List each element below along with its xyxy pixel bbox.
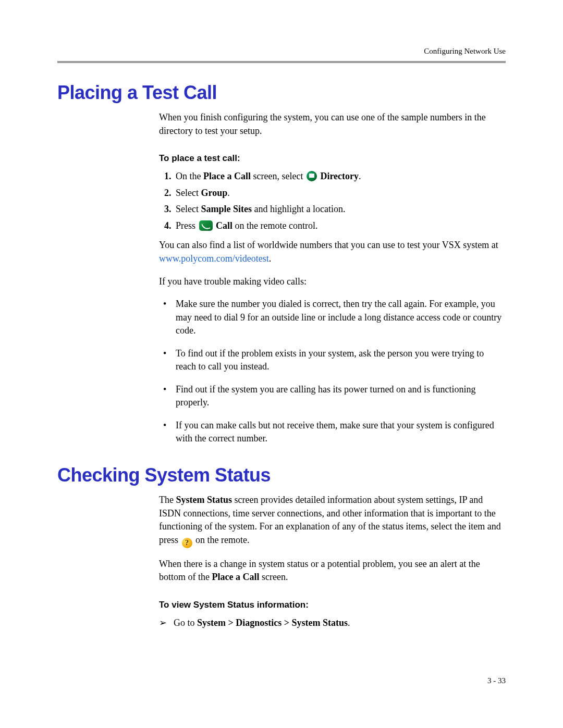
videotest-link[interactable]: www.polycom.com/videotest [159,253,269,264]
step-1: On the Place a Call screen, select Direc… [174,170,506,183]
arrow-icon: ➢ [159,616,174,630]
steps-list: On the Place a Call screen, select Direc… [159,170,506,232]
heading-placing-test-call: Placing a Test Call [57,82,506,104]
subheading-place-test-call: To place a test call: [159,152,506,165]
bullet-3: Find out if the system you are calling h… [174,383,506,410]
bullet-1: Make sure the number you dialed is corre… [174,298,506,338]
step-2: Select Group. [174,187,506,200]
help-icon: ? [182,538,192,548]
header-rule [57,61,506,63]
trouble-bullets: Make sure the number you dialed is corre… [159,298,506,446]
page-number: 3 - 33 [57,676,506,685]
section2-body: The System Status screen provides detail… [159,493,506,630]
section1-body: When you finish configuring the system, … [159,111,506,446]
step-3: Select Sample Sites and highlight a loca… [174,203,506,216]
step-4: Press Call on the remote control. [174,219,506,233]
document-page: Configuring Network Use Placing a Test C… [0,0,563,717]
trouble-intro: If you have trouble making video calls: [159,275,506,289]
intro-paragraph: When you finish configuring the system, … [159,111,506,138]
system-status-paragraph-1: The System Status screen provides detail… [159,493,506,548]
subheading-view-system-status: To view System Status information: [159,599,506,611]
directory-icon [307,171,317,181]
running-header: Configuring Network Use [57,47,506,56]
system-status-paragraph-2: When there is a change in system status … [159,558,506,584]
heading-checking-system-status: Checking System Status [57,464,506,486]
call-icon [199,220,213,231]
goto-step: ➢ Go to System > Diagnostics > System St… [159,616,506,630]
bullet-2: To find out if the problem exists in you… [174,347,506,374]
bullet-4: If you can make calls but not receive th… [174,419,506,446]
worldwide-numbers-paragraph: You can also find a list of worldwide nu… [159,239,506,265]
